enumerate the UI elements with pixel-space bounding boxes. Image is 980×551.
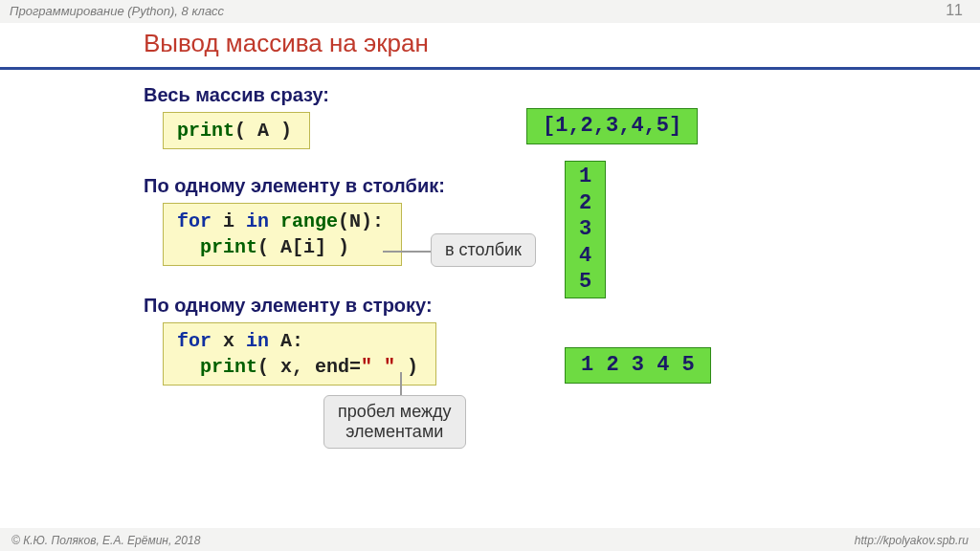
- heading-row: По одному элементу в строку:: [144, 295, 923, 317]
- output-row: 1 2 3 4 5: [565, 347, 711, 384]
- page-number: 11: [946, 2, 963, 19]
- slide-title: Вывод массива на экран: [144, 29, 429, 58]
- footer-bar: © К.Ю. Поляков, Е.А. Ерёмин, 2018 http:/…: [0, 530, 980, 551]
- copyright: © К.Ю. Поляков, Е.А. Ерёмин, 2018: [11, 534, 200, 547]
- callout-row: пробел между элементами: [323, 395, 466, 449]
- slide-content: Весь массив сразу: print( A ) [1,2,3,4,5…: [144, 77, 923, 447]
- heading-all: Весь массив сразу:: [144, 84, 923, 106]
- code-all: print( A ): [163, 112, 310, 149]
- title-rule: [0, 67, 980, 70]
- heading-column: По одному элементу в столбик:: [144, 175, 923, 197]
- output-column: 1 2 3 4 5: [565, 161, 606, 298]
- course-label: Программирование (Python), 8 класс: [10, 4, 224, 18]
- slide-body: Вывод массива на экран Весь массив сразу…: [0, 23, 980, 528]
- footer-url: http://kpolyakov.spb.ru: [855, 534, 969, 547]
- header-bar: Программирование (Python), 8 класс 11: [0, 0, 980, 21]
- callout-line-row: [400, 372, 402, 397]
- callout-column: в столбик: [431, 233, 536, 267]
- output-all: [1,2,3,4,5]: [526, 108, 698, 144]
- code-column: for i in range(N): print( A[i] ): [163, 203, 402, 266]
- code-row: for x in A: print( x, end=" " ): [163, 322, 436, 386]
